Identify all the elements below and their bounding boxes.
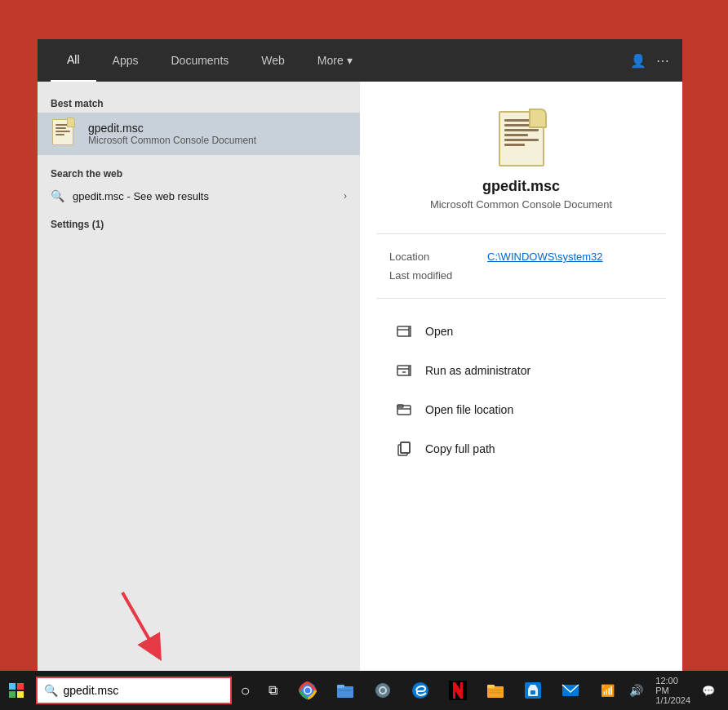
taskbar: 🔍 ○ ⧉ bbox=[0, 671, 728, 710]
best-match-label: Best match bbox=[38, 91, 360, 113]
svg-point-21 bbox=[380, 688, 385, 693]
file-manager-icon[interactable] bbox=[477, 671, 513, 710]
location-row: Location C:\WINDOWS\system32 bbox=[389, 247, 653, 266]
edge-icon[interactable] bbox=[402, 671, 438, 710]
web-section: Search the web 🔍 gpedit.msc - See web re… bbox=[38, 155, 360, 209]
svg-rect-17 bbox=[337, 685, 344, 688]
svg-point-15 bbox=[305, 688, 311, 694]
search-icon: 🔍 bbox=[51, 189, 64, 202]
result-file-icon bbox=[51, 119, 80, 149]
photos-icon[interactable] bbox=[365, 671, 401, 710]
cortana-icon: ○ bbox=[241, 681, 251, 700]
file-icon-large bbox=[492, 111, 551, 170]
actions-section: Open Run as administrator bbox=[376, 305, 666, 475]
tab-web[interactable]: Web bbox=[245, 39, 301, 82]
open-action[interactable]: Open bbox=[376, 312, 666, 351]
taskbar-search-bar[interactable]: 🔍 bbox=[36, 677, 231, 704]
tab-documents[interactable]: Documents bbox=[154, 39, 245, 82]
open-file-location-action[interactable]: Open file location bbox=[376, 390, 666, 429]
volume-icon[interactable]: 🔊 bbox=[624, 671, 649, 710]
main-content: Best match bbox=[38, 82, 682, 671]
start-menu: All Apps Documents Web More ▾ 👤 ⋯ Best m… bbox=[38, 39, 682, 671]
copy-full-path-icon bbox=[393, 437, 415, 460]
open-label: Open bbox=[425, 325, 453, 338]
svg-rect-0 bbox=[397, 326, 409, 336]
tab-all[interactable]: All bbox=[51, 39, 96, 82]
mail-icon[interactable] bbox=[553, 671, 588, 710]
tab-bar-actions: 👤 ⋯ bbox=[630, 53, 669, 69]
network-icon[interactable]: 📶 bbox=[595, 671, 620, 710]
result-text: gpedit.msc Microsoft Common Console Docu… bbox=[88, 122, 256, 146]
cortana-button[interactable]: ○ bbox=[232, 671, 260, 710]
left-panel: Best match bbox=[38, 82, 360, 671]
account-icon[interactable]: 👤 bbox=[630, 53, 646, 69]
svg-rect-25 bbox=[487, 685, 495, 688]
settings-label: Settings (1) bbox=[38, 212, 360, 233]
svg-rect-26 bbox=[489, 690, 502, 691]
taskbar-search-input[interactable] bbox=[63, 684, 223, 697]
windows-logo-icon bbox=[9, 683, 24, 698]
chrome-icon[interactable] bbox=[290, 671, 326, 710]
run-as-admin-icon bbox=[393, 359, 415, 382]
system-tray: 📶 🔊 12:00 PM 1/1/2024 💬 bbox=[588, 671, 728, 710]
taskbar-search-icon: 🔍 bbox=[44, 684, 58, 697]
notification-icon[interactable]: 💬 bbox=[696, 671, 721, 710]
clock[interactable]: 12:00 PM 1/1/2024 bbox=[655, 676, 693, 705]
tab-bar: All Apps Documents Web More ▾ 👤 ⋯ bbox=[38, 39, 682, 82]
file-explorer-icon[interactable] bbox=[327, 671, 363, 710]
web-item-text: gpedit.msc - See web results bbox=[73, 190, 344, 202]
svg-rect-30 bbox=[530, 690, 535, 694]
svg-rect-18 bbox=[339, 690, 352, 691]
task-view-button[interactable]: ⧉ bbox=[259, 671, 286, 710]
start-button[interactable] bbox=[0, 671, 33, 710]
open-file-location-icon bbox=[393, 398, 415, 421]
taskbar-app-icons bbox=[290, 671, 588, 710]
tab-apps[interactable]: Apps bbox=[96, 39, 155, 82]
store-icon[interactable] bbox=[515, 671, 551, 710]
web-section-label: Search the web bbox=[38, 162, 360, 183]
open-file-location-label: Open file location bbox=[425, 403, 513, 416]
tab-more[interactable]: More ▾ bbox=[301, 39, 369, 82]
last-modified-row: Last modified bbox=[389, 266, 653, 285]
time: 12:00 PM bbox=[655, 676, 678, 695]
taskview-icon: ⧉ bbox=[269, 683, 277, 698]
location-label: Location bbox=[389, 251, 487, 263]
meta-section: Location C:\WINDOWS\system32 Last modifi… bbox=[376, 241, 666, 291]
result-desc: Microsoft Common Console Document bbox=[88, 135, 256, 146]
right-panel: gpedit.msc Microsoft Common Console Docu… bbox=[360, 82, 682, 671]
arrow-right-icon: › bbox=[344, 190, 347, 202]
divider-2 bbox=[376, 298, 666, 299]
file-icon-wrapper bbox=[492, 98, 551, 178]
divider-1 bbox=[376, 233, 666, 234]
best-match-item[interactable]: gpedit.msc Microsoft Common Console Docu… bbox=[38, 113, 360, 155]
web-search-item[interactable]: 🔍 gpedit.msc - See web results › bbox=[38, 183, 360, 209]
more-options-icon[interactable]: ⋯ bbox=[656, 53, 669, 69]
netflix-icon[interactable] bbox=[440, 671, 476, 710]
svg-rect-9 bbox=[401, 442, 410, 453]
copy-full-path-action[interactable]: Copy full path bbox=[376, 429, 666, 468]
result-name: gpedit.msc bbox=[88, 122, 256, 135]
copy-full-path-label: Copy full path bbox=[425, 442, 495, 455]
run-as-admin-action[interactable]: Run as administrator bbox=[376, 351, 666, 390]
location-value[interactable]: C:\WINDOWS\system32 bbox=[487, 251, 603, 263]
open-icon bbox=[393, 320, 415, 343]
run-as-admin-label: Run as administrator bbox=[425, 364, 530, 377]
svg-rect-27 bbox=[489, 692, 502, 694]
svg-rect-16 bbox=[337, 686, 353, 698]
date: 1/1/2024 bbox=[655, 695, 690, 705]
settings-section: Settings (1) bbox=[38, 209, 360, 233]
svg-rect-2 bbox=[397, 366, 409, 375]
file-name: gpedit.msc bbox=[482, 178, 560, 195]
last-modified-label: Last modified bbox=[389, 269, 487, 282]
file-type: Microsoft Common Console Document bbox=[430, 198, 612, 211]
